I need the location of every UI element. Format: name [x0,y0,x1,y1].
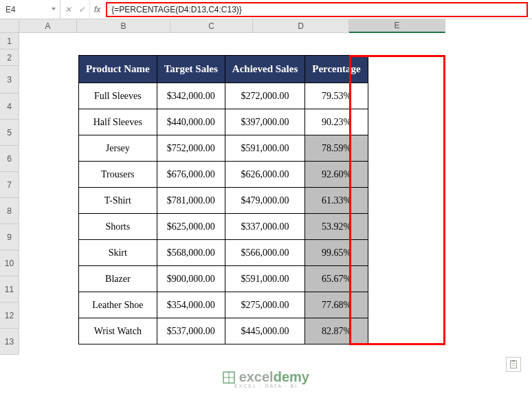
watermark-text-b: demy [274,369,309,384]
cell-achieved[interactable]: $275,000.00 [225,292,304,318]
cell-pct[interactable]: 53.92% [305,214,368,240]
cell[interactable] [349,33,445,50]
select-all-corner[interactable] [0,19,19,33]
fx-icon[interactable]: fx [90,5,104,14]
cell-pct[interactable]: 82.87% [305,318,368,344]
col-head-c[interactable]: C [170,19,253,33]
th-achieved[interactable]: Achieved Sales [225,56,304,83]
cell-target[interactable]: $752,000.00 [157,135,225,162]
cell-target[interactable]: $342,000.00 [157,83,225,109]
data-table: Product Name Target Sales Achieved Sales… [78,55,368,344]
cell-achieved[interactable]: $479,000.00 [225,188,304,214]
enter-icon[interactable]: ✓ [78,5,85,14]
svg-rect-3 [511,361,517,369]
table-row: Blazer$900,000.00$591,000.0065.67% [79,266,368,292]
cell-target[interactable]: $568,000.00 [157,240,225,266]
cell[interactable] [77,33,170,50]
row-head-3[interactable]: 3 [0,66,19,94]
row-head-10[interactable]: 10 [0,250,19,276]
cell[interactable] [253,33,349,50]
cell-target[interactable]: $440,000.00 [157,109,225,135]
cell-product[interactable]: Wrist Watch [79,318,157,344]
cell[interactable] [19,146,77,172]
cell-target[interactable]: $537,000.00 [157,318,225,344]
cell-product[interactable]: Skirt [79,240,157,266]
row-head-8[interactable]: 8 [0,198,19,224]
cell-achieved[interactable]: $337,000.00 [225,214,304,240]
cell[interactable] [19,198,77,224]
cell-pct[interactable]: 92.60% [305,162,368,188]
cell-product[interactable]: T-Shirt [79,188,157,214]
table-row: Skirt$568,000.00$566,000.0099.65% [79,240,368,266]
cell[interactable] [19,250,77,276]
formula-bar: E4 ✕ ✓ fx {=PERCENTAGE(D4:D13,C4:C13)} [0,0,532,19]
cell-achieved[interactable]: $626,000.00 [225,162,304,188]
row-head-1[interactable]: 1 [0,33,19,50]
cell-pct[interactable]: 99.65% [305,240,368,266]
cell-achieved[interactable]: $272,000.00 [225,83,304,109]
cell[interactable] [19,66,77,94]
cell-pct[interactable]: 90.23% [305,109,368,135]
watermark-tagline: EXCEL · DATA · BI [0,384,532,388]
row-head-12[interactable]: 12 [0,303,19,329]
cell[interactable] [19,172,77,198]
row-head-5[interactable]: 5 [0,120,19,146]
cell[interactable] [19,120,77,146]
cell-product[interactable]: Trousers [79,162,157,188]
col-head-d[interactable]: D [253,19,349,33]
cell-pct[interactable]: 65.67% [305,266,368,292]
cell-product[interactable]: Jersey [79,135,157,162]
row-head-13[interactable]: 13 [0,329,19,355]
cell[interactable] [19,50,77,66]
col-head-e[interactable]: E [349,19,445,33]
cell-pct[interactable]: 79.53% [305,83,368,109]
table-row: Leather Shoe$354,000.00$275,000.0077.68% [79,292,368,318]
cell-product[interactable]: Blazer [79,266,157,292]
th-target[interactable]: Target Sales [157,56,225,83]
row-head-9[interactable]: 9 [0,224,19,250]
cell[interactable] [170,33,253,50]
cell[interactable] [19,329,77,355]
cell-achieved[interactable]: $445,000.00 [225,318,304,344]
th-percentage[interactable]: Percentage [305,56,368,83]
name-box[interactable]: E4 [0,0,60,19]
row-head-2[interactable]: 2 [0,50,19,66]
row-head-11[interactable]: 11 [0,276,19,303]
cell-achieved[interactable]: $566,000.00 [225,240,304,266]
cell-achieved[interactable]: $591,000.00 [225,266,304,292]
table-header-row: Product Name Target Sales Achieved Sales… [79,56,368,83]
cell[interactable] [19,33,77,50]
cell-target[interactable]: $781,000.00 [157,188,225,214]
table-row: Trousers$676,000.00$626,000.0092.60% [79,162,368,188]
cell-target[interactable]: $676,000.00 [157,162,225,188]
row-head-7[interactable]: 7 [0,172,19,198]
th-product[interactable]: Product Name [79,56,157,83]
cell-product[interactable]: Shorts [79,214,157,240]
cell[interactable] [19,94,77,120]
cell-achieved[interactable]: $591,000.00 [225,135,304,162]
row-head-6[interactable]: 6 [0,146,19,172]
cell-pct[interactable]: 61.33% [305,188,368,214]
table-row: Jersey$752,000.00$591,000.0078.59% [79,135,368,162]
cell-pct[interactable]: 77.68% [305,292,368,318]
cell-target[interactable]: $625,000.00 [157,214,225,240]
formula-input[interactable]: {=PERCENTAGE(D4:D13,C4:C13)} [106,2,528,17]
cell[interactable] [19,276,77,303]
cell-pct[interactable]: 78.59% [305,135,368,162]
cell-target[interactable]: $900,000.00 [157,266,225,292]
cell-product[interactable]: Full Sleeves [79,83,157,109]
col-head-b[interactable]: B [77,19,170,33]
cell-target[interactable]: $354,000.00 [157,292,225,318]
cell[interactable] [19,224,77,250]
col-head-a[interactable]: A [19,19,77,33]
formula-bar-buttons: ✕ ✓ [60,0,90,19]
table-row: Full Sleeves$342,000.00$272,000.0079.53% [79,83,368,109]
row-head-4[interactable]: 4 [0,94,19,120]
paste-options-button[interactable] [506,357,521,372]
cancel-icon[interactable]: ✕ [65,5,71,14]
cell-product[interactable]: Half Sleeves [79,109,157,135]
cell-product[interactable]: Leather Shoe [79,292,157,318]
watermark: exceldemy EXCEL · DATA · BI [0,369,532,388]
cell-achieved[interactable]: $397,000.00 [225,109,304,135]
cell[interactable] [19,303,77,329]
